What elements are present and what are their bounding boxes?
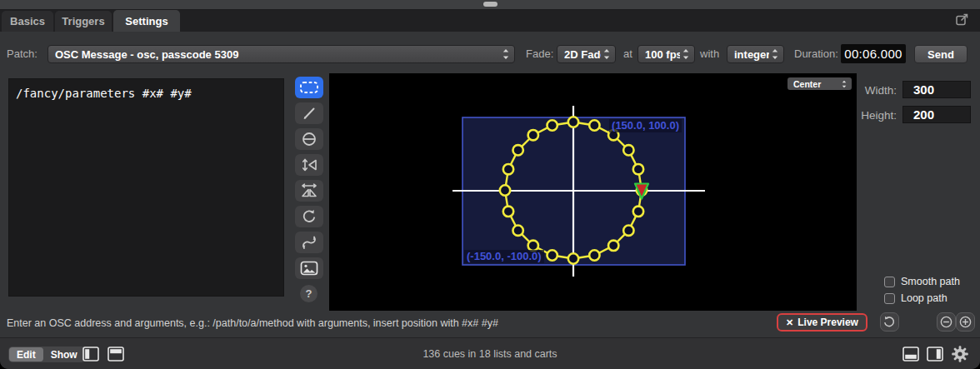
fps-value: 100 fps [645, 48, 680, 61]
loop-path-label: Loop path [901, 292, 948, 304]
titlebar [0, 0, 980, 10]
duration-field[interactable]: 00:06.000 [841, 44, 906, 63]
fade-label: Fade: [526, 45, 553, 63]
rotate-tool-button[interactable] [295, 206, 323, 227]
undo-icon [882, 315, 897, 329]
open-in-window-icon[interactable] [955, 12, 969, 27]
height-label: Height: [857, 109, 897, 122]
tab-bar: Basics Triggers Settings [0, 10, 980, 32]
live-preview-button[interactable]: ✕ Live Preview [777, 313, 868, 332]
undo-button[interactable] [880, 312, 899, 332]
toggle-right-panel-button[interactable] [927, 347, 943, 365]
osc-message-editor[interactable]: /fancy/parameters #x# #y# [8, 78, 284, 297]
stepper-arrows-icon [680, 48, 692, 60]
help-button[interactable]: ? [300, 285, 318, 302]
image-icon [298, 261, 320, 276]
smooth-path-label: Smooth path [901, 276, 960, 287]
rotate-icon [298, 209, 320, 224]
height-field[interactable]: 200 [902, 106, 971, 123]
zoom-out-button[interactable] [937, 312, 956, 332]
width-label: Width: [857, 84, 897, 97]
reverse-path-tool-button[interactable] [295, 232, 323, 253]
circle-slash-icon [298, 132, 320, 147]
selection-top-right-coordinate: (150.0, 100.0) [609, 119, 682, 132]
fps-dropdown[interactable]: 100 fps [638, 45, 695, 63]
tab-settings[interactable]: Settings [113, 10, 180, 32]
tab-basics[interactable]: Basics [2, 11, 53, 32]
patch-label: Patch: [7, 45, 38, 63]
tab-triggers[interactable]: Triggers [55, 11, 112, 32]
plus-circle-icon [958, 315, 972, 329]
zoom-in-button[interactable] [956, 312, 975, 332]
inspector-window: Basics Triggers Settings Patch: OSC Mess… [0, 0, 980, 369]
flip-horizontal-tool-button[interactable] [295, 180, 323, 202]
patch-dropdown[interactable]: OSC Message - osc, passcode 5309 [48, 45, 515, 63]
with-label: with [700, 45, 719, 63]
s-curve-icon [298, 235, 320, 250]
fade-type-dropdown[interactable]: 2D Fade [557, 45, 616, 63]
drag-handle[interactable] [483, 2, 498, 7]
erase-tool-button[interactable] [295, 128, 323, 150]
smooth-path-checkbox-row[interactable]: Smooth path [884, 276, 960, 287]
cue-count-status: 136 cues in 18 lists and carts [0, 348, 980, 360]
marquee-select-icon [298, 80, 320, 95]
flip-vertical-icon [298, 157, 320, 172]
osc-message-text: /fancy/parameters #x# #y# [9, 79, 283, 107]
center-mode-dropdown[interactable]: Center [788, 77, 852, 90]
flip-horizontal-icon [298, 183, 320, 198]
footer-bar: Edit Show 136 cues in 18 lists and carts [0, 337, 980, 369]
at-label: at [623, 45, 632, 63]
argument-type-value: integers [734, 48, 769, 61]
draw-tool-button[interactable] [295, 102, 323, 124]
stepper-arrows-icon [601, 48, 612, 60]
toggle-bottom-panel-button[interactable] [902, 347, 919, 365]
center-mode-value: Center [793, 79, 838, 89]
stepper-arrows-icon [769, 48, 781, 60]
selection-bottom-left-coordinate: (-150.0, -100.0) [464, 250, 544, 263]
background-image-tool-button[interactable] [295, 257, 323, 279]
loop-path-checkbox-row[interactable]: Loop path [884, 292, 948, 304]
fade-path-svg [329, 73, 857, 311]
smooth-path-checkbox[interactable] [884, 277, 895, 287]
flip-vertical-tool-button[interactable] [295, 154, 323, 176]
right-panel-icon [927, 347, 943, 362]
stepper-arrows-icon [838, 80, 850, 88]
close-icon: ✕ [786, 317, 793, 328]
pencil-icon [298, 106, 320, 121]
live-preview-label: Live Preview [798, 317, 858, 328]
fade-type-value: 2D Fade [564, 48, 601, 61]
osc-hint-text: Enter an OSC address and arguments, e.g.… [7, 317, 498, 329]
width-field[interactable]: 300 [902, 81, 971, 98]
loop-path-checkbox[interactable] [884, 293, 895, 304]
gear-icon [950, 344, 970, 364]
settings-gear-button[interactable] [950, 344, 970, 367]
bottom-panel-icon [902, 347, 919, 362]
stepper-arrows-icon [500, 48, 512, 60]
patch-dropdown-value: OSC Message - osc, passcode 5309 [55, 48, 500, 61]
send-button[interactable]: Send [914, 45, 968, 63]
argument-type-dropdown[interactable]: integers [727, 45, 784, 63]
minus-circle-icon [939, 315, 953, 329]
fade-path-canvas[interactable]: (150.0, 100.0) (-150.0, -100.0) Center [329, 73, 857, 311]
marquee-select-tool-button[interactable] [295, 77, 323, 98]
duration-label: Duration: [794, 45, 838, 63]
